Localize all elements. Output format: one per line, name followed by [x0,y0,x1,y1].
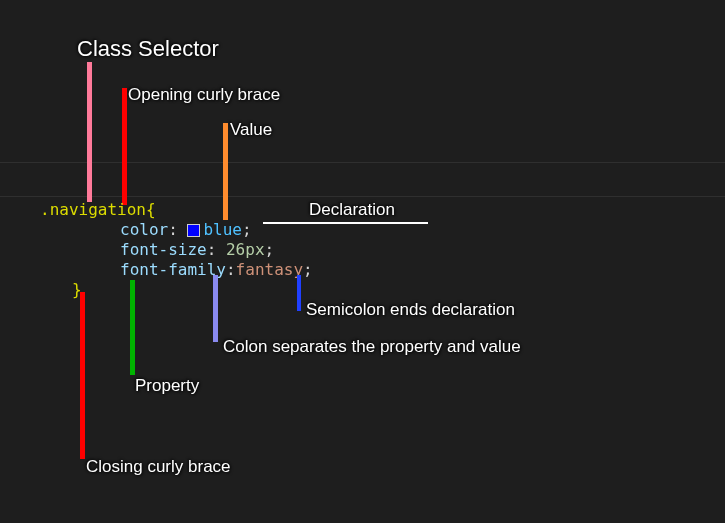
label-class-selector: Class Selector [77,36,219,62]
css-property: color [120,220,168,239]
label-closing-brace: Closing curly brace [86,457,231,477]
css-value: fantasy [236,260,303,279]
css-colon: : [207,240,217,259]
line-closing-brace [80,292,85,459]
label-colon-separates: Colon separates the property and value [223,337,521,357]
code-line-3: font-family:fantasy; [40,260,313,280]
css-semicolon: ; [242,220,252,239]
css-semicolon: ; [265,240,275,259]
color-swatch [187,224,200,237]
code-line-selector: .navigation{ [40,200,313,220]
label-declaration: Declaration [309,200,395,220]
code-line-2: font-size: 26px; [40,240,313,260]
line-property [130,280,135,375]
line-opening-brace [122,88,127,205]
css-value: 26px [226,240,265,259]
line-class-selector [87,62,92,202]
css-semicolon: ; [303,260,313,279]
css-colon: : [226,260,236,279]
label-value: Value [230,120,272,140]
code-line-1: color: blue; [40,220,313,240]
css-colon: : [168,220,178,239]
open-brace: { [146,200,156,219]
label-property: Property [135,376,199,396]
css-value: blue [203,220,242,239]
css-selector: .navigation [40,200,146,219]
editor-line-divider [0,162,725,163]
code-block: .navigation{ color: blue; font-size: 26p… [40,200,313,300]
line-semicolon [297,275,301,311]
css-property: font-family [120,260,226,279]
line-colon [213,275,218,342]
label-semicolon-ends: Semicolon ends declaration [306,300,515,320]
editor-line-divider [0,196,725,197]
label-opening-brace: Opening curly brace [128,85,280,105]
css-property: font-size [120,240,207,259]
